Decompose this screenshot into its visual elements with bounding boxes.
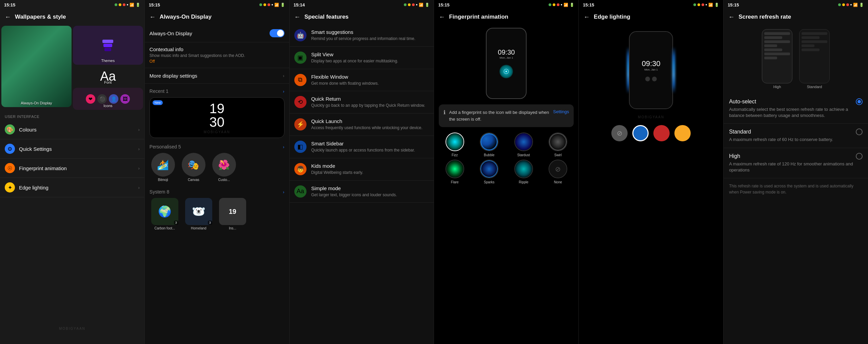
back-arrow-2[interactable]: ←: [150, 14, 156, 21]
dot-r2: [268, 3, 270, 6]
feature-quick-return[interactable]: ⟲ Quick Return Quickly go back to an app…: [290, 91, 434, 114]
el-phone-inner: 09:30 Mon, Jan 1: [630, 32, 672, 108]
kids-mode-content: Kids mode Digital Wellbeing starts early…: [311, 163, 429, 176]
srr-option-auto[interactable]: Auto-select Automatically select the bes…: [724, 94, 868, 124]
menu-edge-lighting[interactable]: ✦ Edge lighting ›: [0, 178, 144, 197]
el-icons-row: [645, 77, 657, 81]
quick-launch-icon: ⚡: [294, 118, 307, 130]
fp-fizz-circle: [446, 133, 464, 151]
status-bar-3: 15:14 📶 🔋: [290, 0, 434, 9]
personalised-more[interactable]: ›: [283, 144, 284, 149]
el-color-red[interactable]: [653, 125, 670, 141]
srr-standard-radio[interactable]: [856, 128, 863, 135]
fp-none-visual: ⊘: [549, 160, 567, 178]
feature-quick-launch[interactable]: ⚡ Quick Launch Access frequently used fu…: [290, 114, 434, 136]
wallpaper-item[interactable]: Always-On Display: [1, 26, 72, 107]
dot4: [127, 4, 128, 5]
dot-y2: [263, 3, 266, 6]
status-bar-5: 15:15 📶 🔋: [579, 0, 723, 9]
feature-smart-sidebar[interactable]: ◧ Smart Sidebar Quickly launch apps or a…: [290, 136, 434, 158]
pers-card-custo[interactable]: 🌺 Custo...: [211, 153, 238, 182]
srr-auto-radio[interactable]: [856, 98, 863, 105]
el-color-gold[interactable]: [674, 125, 691, 141]
menu-quick-settings[interactable]: ⚙ Quick Settings ›: [0, 139, 144, 159]
menu-fingerprint[interactable]: ☉ Fingerprint animation ›: [0, 159, 144, 178]
status-time-4: 15:15: [438, 2, 449, 7]
fp-option-bubble[interactable]: Bubble: [473, 133, 505, 157]
status-icons-1: 📶 🔋: [115, 3, 140, 7]
icons-item[interactable]: ❤ ⚫ 👤 🖼 Icons: [73, 88, 143, 110]
page-header-2: ← Always-On Display: [145, 9, 289, 24]
fp-option-fizz[interactable]: Fizz: [439, 133, 470, 157]
srr-high-radio[interactable]: [856, 153, 863, 160]
page-title-1: Wallpapers & style: [15, 14, 66, 20]
fp-ripple-visual: [515, 160, 532, 178]
el-glow-right: [672, 47, 675, 94]
fp-option-none[interactable]: ⊘ None: [542, 160, 574, 184]
back-arrow-1[interactable]: ←: [5, 14, 11, 21]
feature-kids-mode[interactable]: 👦 Kids mode Digital Wellbeing starts ear…: [290, 158, 434, 181]
fp-phone-time: 09:30: [498, 48, 515, 56]
aod-new-badge: New: [153, 100, 163, 105]
flexible-window-content: Flexible Window Get more done with float…: [311, 74, 429, 86]
menu-colours[interactable]: 🎨 Colours ›: [0, 120, 144, 139]
fp-flare-label: Flare: [451, 180, 459, 184]
quick-settings-chevron: ›: [138, 146, 139, 151]
fp-option-sparks[interactable]: Sparks: [473, 160, 505, 184]
contextual-row[interactable]: Contextual info Show music info and Smar…: [145, 42, 289, 68]
split-view-icon: ▣: [294, 52, 307, 64]
back-arrow-6[interactable]: ←: [728, 14, 734, 21]
fp-option-flare[interactable]: Flare: [439, 160, 470, 184]
fp-glow-icon: ☉: [499, 65, 513, 78]
fp-none-circle: ⊘: [549, 160, 567, 178]
dot-g3: [404, 3, 407, 6]
dot-g5: [693, 3, 696, 6]
srr-sbar-5: [802, 48, 820, 51]
dot-g6: [838, 3, 841, 6]
fp-option-swirl[interactable]: Swirl: [542, 133, 574, 157]
fp-settings-link[interactable]: Settings: [553, 109, 569, 114]
el-color-blue[interactable]: [632, 125, 649, 141]
sys-homeland[interactable]: 🐻‍❄️ Homeland 3: [183, 198, 214, 230]
srr-sbar-2: [802, 36, 820, 39]
back-arrow-4[interactable]: ←: [439, 14, 445, 21]
sys-ins[interactable]: 19 Ins...: [217, 198, 248, 230]
dot-r4: [557, 3, 559, 6]
themes-item[interactable]: Themes: [73, 26, 143, 65]
feature-smart-suggestions[interactable]: 🤖 Smart suggestions Remind you of servic…: [290, 24, 434, 47]
edge-lighting-panel: 15:15 📶 🔋 ← Edge lighting 09:30 Mon, Jan…: [579, 0, 724, 344]
screen-refresh-panel: 15:15 📶 🔋 ← Screen refresh rate High: [724, 0, 868, 344]
page-title-5: Edge lighting: [594, 14, 630, 20]
quick-launch-title: Quick Launch: [311, 118, 429, 124]
font-item[interactable]: Aa Font: [73, 66, 143, 86]
sys-carbon[interactable]: 🌍 Carbon foot... 3: [150, 198, 180, 230]
fp-option-stardust[interactable]: Stardust: [508, 133, 539, 157]
feature-flexible-window[interactable]: ⧉ Flexible Window Get more done with flo…: [290, 69, 434, 92]
battery-2: 🔋: [280, 3, 285, 7]
pers-card-bitmoji[interactable]: 🏄 Bitmoji: [150, 153, 177, 182]
srr-high-title: High: [729, 153, 740, 159]
srr-bar-2: [764, 36, 782, 39]
icon-circle-3: 👤: [109, 94, 118, 104]
srr-option-standard[interactable]: Standard A maximum refresh rate of 60 Hz…: [724, 124, 868, 148]
aod-toggle[interactable]: [270, 29, 284, 37]
fp-option-ripple[interactable]: Ripple: [508, 160, 539, 184]
recent-title: Recent 1: [150, 88, 169, 94]
smart-suggestions-title: Smart suggestions: [311, 29, 429, 35]
system-more[interactable]: ›: [283, 189, 284, 195]
recent-more-link[interactable]: ›: [283, 89, 284, 94]
more-settings-row[interactable]: More display settings ›: [145, 68, 289, 84]
back-arrow-5[interactable]: ←: [584, 14, 590, 21]
el-color-none[interactable]: ⊘: [611, 125, 628, 141]
feature-simple-mode[interactable]: Aa Simple mode Get larger text, bigger i…: [290, 181, 434, 203]
wifi-5: 📶: [708, 3, 713, 7]
smart-sidebar-content: Smart Sidebar Quickly launch apps or acc…: [311, 141, 429, 153]
srr-option-high[interactable]: High A maximum refresh rate of 120 Hz fo…: [724, 148, 868, 178]
info-icon: ℹ: [443, 109, 446, 116]
srr-standard-label: Standard: [799, 85, 830, 89]
icon-circle-2: ⚫: [97, 94, 107, 104]
back-arrow-3[interactable]: ←: [294, 14, 300, 21]
dot-g2: [259, 3, 262, 6]
pers-card-canvas[interactable]: 🎭 Canvas: [180, 153, 207, 182]
feature-split-view[interactable]: ▣ Split View Display two apps at once fo…: [290, 47, 434, 69]
